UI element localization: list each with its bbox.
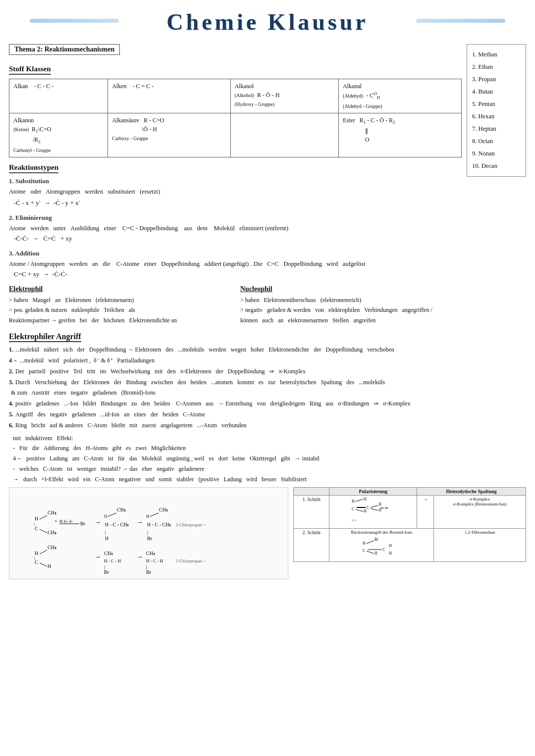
stoff-klassen-section: Stoff Klassen Alkan - C - C - Alken - C …	[9, 65, 462, 157]
svg-text:H - C - CH₃: H - C - CH₃	[105, 522, 129, 527]
alkansaure-label: Alkansäure R - C=O \Ō - HCarboxy - Grupp…	[112, 117, 164, 142]
sidebar-item-10: 10. Decan	[472, 160, 521, 172]
table-row: Alkan - C - C - Alken - C = C - Alkanol(…	[9, 79, 462, 113]
elektrophil-heading: Elektrophil	[9, 285, 230, 293]
nucleophil-text-2: > negativ geladen & werden von elektroph…	[240, 305, 462, 315]
elektrophil-col: Elektrophil > haben Mangel an Elektronen…	[9, 285, 230, 325]
svg-text:Br-Br: Br-Br	[380, 506, 389, 510]
bottom-left-diagram: H CH₃ C CH₃ \ + H δ+ δ- Br → Ō C	[9, 487, 288, 579]
svg-text:C: C	[35, 559, 38, 565]
elektrophil-text-3: Reaktionspartner → greifen bei der höchs…	[9, 315, 230, 325]
svg-text:|: |	[147, 530, 148, 535]
substitution-formula: -Ċ - x + y- → -Ċ - y + x-	[14, 198, 462, 207]
svg-line-54	[371, 508, 378, 510]
svg-text:H - C - H: H - C - H	[146, 558, 163, 563]
ester-label: Ester R1 - C - Ō - R2 ‖ O	[343, 117, 395, 143]
addition-item: 3. Addition Atome / Atomgruppen werden a…	[9, 250, 462, 278]
svg-line-52	[371, 505, 378, 507]
svg-text:H: H	[389, 551, 392, 555]
thema-box: Thema 2: Reaktionsmechanismen	[9, 44, 120, 55]
elektrophil-nucleophil-section: Elektrophil > haben Mangel an Elektronen…	[9, 285, 462, 329]
svg-text:→: →	[136, 518, 143, 526]
sidebar-label-10: Decan	[482, 162, 497, 169]
sidebar-num-6: 6.	[472, 113, 479, 120]
angriff-item-6: 6. Ring bricht auf & anderes C-Atom blei…	[9, 421, 462, 431]
ie-item-3: - welches C-Atom ist weniger instabil? →…	[13, 464, 462, 474]
svg-text:CH₃: CH₃	[48, 545, 56, 550]
step-1-label: 1. Schritt	[294, 495, 329, 528]
substitution-item: 1. Substitution Atome oder Atomgruppen w…	[9, 177, 462, 207]
angriff-item-3: 3. Durch Verschiebung der Elektronen der…	[9, 378, 462, 388]
steps-col-heterolytische: Heterolytische Spaltung	[417, 487, 526, 495]
step-2-label: 2. Schritt	[294, 528, 329, 561]
sidebar-item-4: 4. Butan	[472, 86, 521, 98]
svg-text:H: H	[363, 541, 366, 546]
addition-num: 3. Addition	[9, 250, 462, 257]
angriff-item-2: 2. Der partiell positive Teil tritt im W…	[9, 367, 462, 377]
svg-line-45	[356, 499, 363, 502]
elektrophil-text-1: > haben Mangel an Elektronen (elektronen…	[9, 295, 230, 305]
alkanon-cell: Alkanon(Keton) R1\C=O /R2Carbonyl - Grup…	[9, 113, 108, 157]
svg-text:Ō: Ō	[104, 514, 107, 519]
sidebar-num-1: 1.	[472, 51, 479, 58]
sidebar-item-9: 9. Nonan	[472, 148, 521, 160]
ie-item-2: 4→ positive Ladung am C-Atom ist für das…	[13, 454, 462, 464]
elektrophiler-angriff-heading: Elektrophiler Angriff	[9, 332, 81, 342]
svg-text:CH₃: CH₃	[48, 530, 56, 535]
sidebar-label-7: Heptan	[479, 125, 496, 132]
title-bar-left	[30, 19, 119, 23]
ie-item-1: - Für die Addierung des H-Atoms gibt es …	[13, 444, 462, 454]
svg-line-48	[356, 509, 363, 511]
sidebar-label-4: Butan	[479, 88, 493, 95]
ie-item-0: mit induktivem Effekt:	[13, 434, 462, 444]
alkanol-cell: Alkanol(Alkohol) R - Ō - H(Hydroxy - Gru…	[230, 79, 338, 113]
sidebar-num-3: 3.	[472, 76, 479, 83]
sidebar-label-8: Octan	[479, 138, 493, 145]
sidebar-item-7: 7. Heptan	[472, 123, 521, 135]
svg-text:H - C - CH₃: H - C - CH₃	[147, 522, 171, 527]
elektrophiler-angriff-section: Elektrophiler Angriff 1. ...molekül nähe…	[9, 332, 462, 484]
step-1-sigma: σ-Komplex σ-Komplex (Bromonium-Ion)	[434, 495, 526, 528]
alkanol-label: Alkanol(Alkohol) R - Ō - H(Hydroxy - Gru…	[235, 83, 280, 107]
sidebar-label-5: Pentan	[479, 101, 495, 107]
reaktionstypen-section: Reaktionstypen 1. Substitution Atome ode…	[9, 163, 462, 278]
svg-text:C: C	[367, 505, 369, 510]
step-1-pi-komplex: H H C H C H H	[329, 495, 417, 528]
step-2-rueckseite: Rückseitenangiff des Bromid-Ions H Br C …	[329, 528, 434, 561]
sidebar-num-5: 5.	[472, 101, 479, 107]
page: Chemie Klausur Thema 2: Reaktionsmechani…	[0, 0, 535, 756]
svg-text:→: →	[94, 553, 101, 560]
svg-text:H - C - H: H - C - H	[104, 558, 121, 563]
alken-label: Alken - C = C -	[112, 83, 154, 90]
svg-text:H: H	[48, 563, 51, 569]
svg-text:H: H	[352, 499, 355, 504]
sidebar-num-7: 7.	[472, 125, 479, 132]
right-sidebar: 1. Methan 2. Ethan 3. Propan 4. Butan 5.…	[467, 44, 526, 177]
alkan-cell: Alkan - C - C -	[9, 79, 108, 113]
svg-text:C: C	[382, 548, 385, 552]
svg-text:\: \	[34, 522, 35, 527]
nucleophil-text-3: können auch an elektronenarmen Stellen a…	[240, 315, 462, 325]
svg-text:H: H	[389, 544, 392, 548]
empty-cell	[230, 113, 338, 157]
step-2-produkt: 1,2-Dibromethan	[434, 528, 526, 561]
addition-desc: Atome / Atomgruppen werden an die C-Atom…	[9, 259, 462, 269]
sidebar-num-8: 8.	[472, 138, 479, 145]
svg-text:H: H	[374, 551, 377, 555]
nucleophil-heading: Nucleophil	[240, 285, 462, 293]
substitution-num: 1. Substitution	[9, 177, 462, 185]
ester-cell: Ester R1 - C - Ō - R2 ‖ O	[339, 113, 462, 157]
svg-text:Br: Br	[80, 521, 86, 526]
angriff-item-3b: & zum Austritt eines negativ geladenen (…	[9, 388, 462, 398]
sidebar-label-6: Hexan	[479, 113, 495, 120]
svg-text:H: H	[35, 551, 38, 556]
svg-text:Br: Br	[104, 569, 109, 575]
elektrophil-text-2: > pos. geladen & nutzen nukleophile Teil…	[9, 305, 230, 315]
title-area: Chemie Klausur	[0, 0, 535, 39]
svg-text:Br: Br	[374, 537, 378, 542]
stoff-klassen-heading: Stoff Klassen	[9, 65, 51, 75]
svg-text:CH₃: CH₃	[117, 507, 126, 512]
svg-line-20	[150, 513, 159, 516]
svg-text:Br: Br	[147, 536, 153, 541]
sidebar-label-3: Propan	[479, 76, 496, 83]
